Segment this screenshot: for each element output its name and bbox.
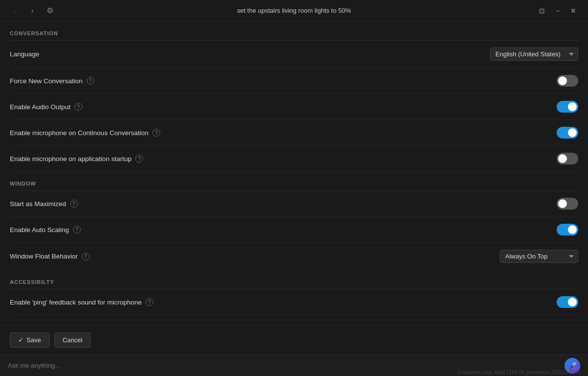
setting-row-pingFeedback: Enable 'ping' feedback sound for microph… bbox=[10, 289, 578, 315]
setting-row-enableAutoScaling: Enable Auto Scaling? bbox=[10, 217, 578, 243]
help-icon-windowFloatBehavior[interactable]: ? bbox=[82, 253, 90, 260]
chat-input[interactable] bbox=[8, 362, 580, 369]
setting-text-forceNewConversation: Force New Conversation bbox=[10, 77, 83, 85]
window-controls: ⊡ − ✕ bbox=[535, 4, 580, 18]
setting-label-pingFeedback: Enable 'ping' feedback sound for microph… bbox=[10, 298, 153, 306]
toggle-slider-enableMicStartup bbox=[557, 153, 578, 164]
gear-button[interactable]: ⚙ bbox=[43, 4, 57, 18]
select-language[interactable]: English (United States)SpanishFrenchGerm… bbox=[490, 47, 578, 61]
title-bar-left: ‹ › ⚙ bbox=[8, 4, 57, 18]
setting-row-language: LanguageEnglish (United States)SpanishFr… bbox=[10, 41, 578, 68]
checkmark-icon: ✓ bbox=[18, 336, 24, 344]
toggle-slider-pingFeedback bbox=[557, 296, 578, 308]
setting-text-windowFloatBehavior: Window Float Behavior bbox=[10, 253, 78, 260]
back-button[interactable]: ‹ bbox=[8, 4, 22, 18]
setting-row-startMaximized: Start as Maximized? bbox=[10, 191, 578, 217]
setting-row-forceNewConversation: Force New Conversation? bbox=[10, 68, 578, 94]
minimize-button[interactable]: − bbox=[551, 4, 564, 18]
toggle-slider-enableAudioOutput bbox=[557, 101, 578, 113]
toggle-enableAudioOutput[interactable] bbox=[557, 101, 578, 113]
toggle-enableMicContinuous[interactable] bbox=[557, 127, 578, 139]
cancel-button[interactable]: Cancel bbox=[54, 332, 91, 348]
section-header-accessibility: ACCESSIBILTY bbox=[10, 270, 578, 289]
setting-text-language: Language bbox=[10, 50, 39, 58]
setting-label-enableAudioOutput: Enable Audio Output? bbox=[10, 103, 82, 111]
select-windowFloatBehavior[interactable]: Always On TopNormalAlways On Bottom bbox=[500, 250, 578, 263]
close-button[interactable]: ✕ bbox=[566, 4, 580, 18]
size-toggle-button[interactable]: ⊡ bbox=[535, 4, 549, 18]
help-icon-enableAutoScaling[interactable]: ? bbox=[73, 226, 81, 234]
setting-row-enableAudioOutput: Enable Audio Output? bbox=[10, 94, 578, 120]
section-header-application: APPLICATION bbox=[10, 315, 578, 325]
setting-label-enableMicContinuous: Enable microphone on Continous Conversat… bbox=[10, 129, 160, 137]
help-icon-forceNewConversation[interactable]: ? bbox=[87, 77, 95, 85]
forward-button[interactable]: › bbox=[25, 4, 39, 18]
help-icon-enableMicContinuous[interactable]: ? bbox=[152, 129, 160, 137]
toggle-enableAutoScaling[interactable] bbox=[557, 224, 578, 235]
mic-icon: 🎤 bbox=[568, 362, 577, 370]
setting-label-startMaximized: Start as Maximized? bbox=[10, 200, 78, 208]
toggle-slider-enableMicContinuous bbox=[557, 127, 578, 139]
action-bar: ✓ Save Cancel bbox=[0, 325, 588, 354]
setting-label-forceNewConversation: Force New Conversation? bbox=[10, 77, 95, 85]
setting-label-enableMicStartup: Enable microphone on application startup… bbox=[10, 155, 143, 163]
toggle-slider-forceNewConversation bbox=[557, 75, 578, 87]
help-icon-pingFeedback[interactable]: ? bbox=[146, 298, 153, 306]
title-bar: ‹ › ⚙ set the upstairs living room light… bbox=[0, 0, 588, 22]
window-title: set the upstairs living room lights to 5… bbox=[237, 7, 351, 14]
setting-text-enableMicStartup: Enable microphone on application startup bbox=[10, 155, 131, 163]
toggle-slider-enableAutoScaling bbox=[557, 224, 578, 235]
setting-row-enableMicStartup: Enable microphone on application startup… bbox=[10, 146, 578, 172]
section-header-conversation: CONVERSATION bbox=[10, 22, 578, 41]
setting-label-language: Language bbox=[10, 50, 39, 58]
toggle-startMaximized[interactable] bbox=[557, 198, 578, 210]
save-label: Save bbox=[26, 336, 41, 344]
toggle-enableMicStartup[interactable] bbox=[557, 153, 578, 164]
build-info: Evaluation copy. build 2150.15_prereleas… bbox=[458, 370, 580, 375]
toggle-forceNewConversation[interactable] bbox=[557, 75, 578, 87]
settings-area: CONVERSATIONLanguageEnglish (United Stat… bbox=[0, 22, 588, 325]
setting-text-pingFeedback: Enable 'ping' feedback sound for microph… bbox=[10, 299, 142, 306]
toggle-slider-startMaximized bbox=[557, 198, 578, 210]
setting-row-windowFloatBehavior: Window Float Behavior?Always On TopNorma… bbox=[10, 243, 578, 270]
setting-row-enableMicContinuous: Enable microphone on Continous Conversat… bbox=[10, 120, 578, 146]
help-icon-startMaximized[interactable]: ? bbox=[70, 200, 78, 208]
section-header-window: WINDOW bbox=[10, 172, 578, 191]
setting-text-enableMicContinuous: Enable microphone on Continous Conversat… bbox=[10, 129, 148, 137]
toggle-pingFeedback[interactable] bbox=[557, 296, 578, 308]
help-icon-enableAudioOutput[interactable]: ? bbox=[74, 103, 82, 111]
save-button[interactable]: ✓ Save bbox=[10, 332, 49, 348]
setting-text-enableAudioOutput: Enable Audio Output bbox=[10, 103, 71, 111]
setting-text-startMaximized: Start as Maximized bbox=[10, 200, 66, 208]
setting-text-enableAutoScaling: Enable Auto Scaling bbox=[10, 226, 69, 234]
setting-label-enableAutoScaling: Enable Auto Scaling? bbox=[10, 226, 81, 234]
help-icon-enableMicStartup[interactable]: ? bbox=[135, 155, 143, 163]
setting-label-windowFloatBehavior: Window Float Behavior? bbox=[10, 253, 90, 260]
